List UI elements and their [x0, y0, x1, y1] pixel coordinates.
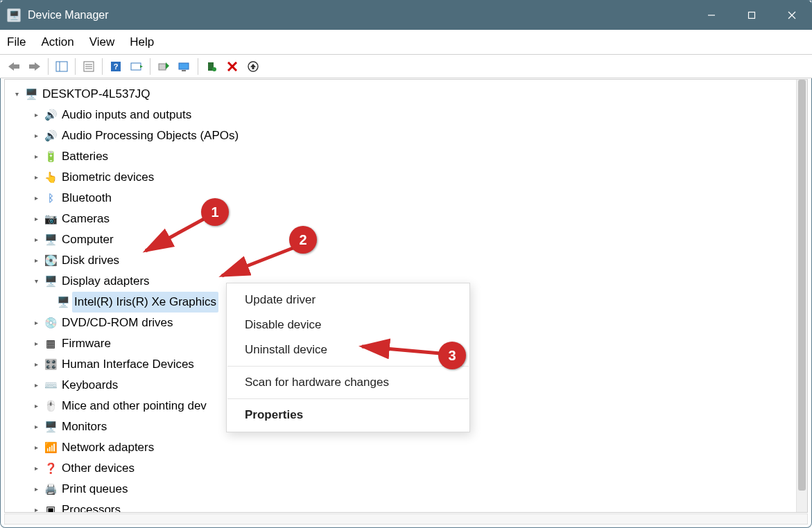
svg-marker-15 [140, 65, 143, 68]
svg-marker-5 [29, 62, 40, 71]
scan-hardware-button[interactable] [127, 57, 146, 76]
toolbar-separator [150, 58, 150, 75]
chevron-down-icon[interactable]: ▾ [10, 88, 23, 100]
menu-view[interactable]: View [89, 35, 115, 49]
svg-marker-4 [8, 62, 19, 71]
disable-device-button[interactable] [223, 57, 242, 76]
tree-root[interactable]: ▾ 🖥️ DESKTOP-4L537JQ [10, 84, 796, 105]
chevron-right-icon[interactable]: ▸ [30, 379, 42, 391]
show-hide-tree-button[interactable] [52, 57, 71, 76]
chevron-down-icon[interactable]: ▾ [30, 275, 42, 288]
tree-node-apo[interactable]: ▸ 🔊 Audio Processing Objects (APOs) [30, 125, 796, 146]
chevron-right-icon[interactable]: ▸ [30, 109, 42, 121]
context-menu-properties[interactable]: Properties [227, 403, 469, 428]
cpu-icon: ▣ [44, 503, 58, 512]
close-button[interactable] [772, 0, 812, 30]
help-button[interactable]: ? [106, 57, 126, 76]
scrollbar-thumb[interactable] [798, 80, 806, 491]
tree-node-processors[interactable]: ▸ ▣ Processors [30, 500, 796, 512]
chevron-right-icon[interactable]: ▸ [30, 317, 42, 329]
tree-node-label: Audio Processing Objects (APOs) [62, 125, 239, 146]
chevron-right-icon[interactable]: ▸ [30, 254, 42, 267]
gpu-icon: 🖥️ [56, 295, 70, 309]
tree-node-other[interactable]: ▸ ❓ Other devices [30, 458, 796, 479]
context-menu-scan-hardware[interactable]: Scan for hardware changes [227, 370, 469, 395]
svg-text:?: ? [114, 62, 119, 71]
tree-node-bluetooth[interactable]: ▸ ᛒ Bluetooth [30, 188, 796, 209]
context-menu-update-driver[interactable]: Update driver [227, 288, 469, 313]
tree-node-network[interactable]: ▸ 📶 Network adapters [30, 437, 796, 458]
maximize-button[interactable] [732, 0, 772, 30]
tree-node-label: Human Interface Devices [62, 354, 194, 375]
chevron-right-icon[interactable]: ▸ [30, 504, 42, 512]
mouse-icon: 🖱️ [44, 399, 58, 413]
tree-node-printq[interactable]: ▸ 🖨️ Print queues [30, 479, 796, 500]
tree-node-label: Disk drives [62, 250, 119, 271]
tree-node-label: Network adapters [62, 437, 154, 458]
svg-line-28 [362, 346, 440, 353]
update-driver-button[interactable] [154, 57, 173, 76]
context-menu-separator [227, 366, 469, 367]
chevron-right-icon[interactable]: ▸ [30, 150, 42, 163]
enable-device-button[interactable] [202, 57, 221, 76]
tree-node-biometric[interactable]: ▸ 👆 Biometric devices [30, 167, 796, 188]
app-icon: 🖥️ [7, 8, 21, 22]
annotation-label: 2 [299, 232, 306, 248]
menu-bar: File Action View Help [0, 30, 812, 55]
monitor-icon: 🖥️ [44, 420, 58, 434]
toolbar-separator [48, 58, 49, 75]
camera-icon: 📷 [44, 212, 58, 226]
chevron-right-icon[interactable]: ▸ [30, 192, 42, 204]
back-button[interactable] [4, 57, 24, 76]
title-bar: 🖥️ Device Manager [0, 0, 812, 30]
chevron-right-icon[interactable]: ▸ [30, 358, 42, 371]
disk-icon: 💽 [44, 254, 58, 267]
menu-help[interactable]: Help [130, 35, 154, 49]
chevron-right-icon[interactable]: ▸ [30, 483, 42, 495]
tree-node-batteries[interactable]: ▸ 🔋 Batteries [30, 146, 796, 167]
uninstall-button[interactable] [243, 57, 263, 76]
chevron-right-icon[interactable]: ▸ [30, 234, 42, 246]
chevron-right-icon[interactable]: ▸ [30, 213, 42, 225]
annotation-callout-2: 2 [289, 226, 317, 254]
tree-node-label: Monitors [62, 416, 107, 437]
chevron-right-icon[interactable]: ▸ [30, 337, 42, 350]
svg-line-27 [222, 246, 298, 276]
menu-file[interactable]: File [7, 35, 26, 49]
tree-node-label: Firmware [62, 333, 111, 354]
speaker-icon: 🔊 [44, 129, 58, 143]
context-menu-separator [227, 398, 469, 399]
chevron-right-icon[interactable]: ▸ [30, 130, 42, 142]
display-adapter-icon: 🖥️ [44, 274, 58, 288]
tree-node-label: Audio inputs and outputs [62, 105, 191, 125]
tree-node-label: Display adapters [62, 271, 150, 292]
computer-icon: 🖥️ [24, 87, 38, 101]
chevron-right-icon[interactable]: ▸ [30, 421, 42, 433]
window-title: Device Manager [28, 9, 109, 21]
svg-rect-1 [749, 12, 755, 18]
chevron-right-icon[interactable]: ▸ [30, 400, 42, 412]
forward-button[interactable] [25, 57, 44, 76]
minimize-button[interactable] [691, 0, 732, 30]
toolbar-separator [102, 58, 103, 75]
context-menu-disable-device[interactable]: Disable device [227, 313, 469, 337]
tree-root-label: DESKTOP-4L537JQ [42, 84, 150, 105]
properties-button[interactable] [79, 57, 98, 76]
toolbar-separator [75, 58, 76, 75]
vertical-scrollbar[interactable] [796, 80, 807, 512]
svg-marker-17 [166, 62, 169, 69]
svg-rect-6 [56, 62, 67, 71]
tree-node-label: Other devices [62, 458, 135, 479]
bluetooth-icon: ᛒ [44, 191, 58, 205]
svg-rect-14 [131, 63, 141, 70]
chevron-right-icon[interactable]: ▸ [30, 462, 42, 475]
menu-action[interactable]: Action [41, 35, 74, 49]
tree-node-label: Keyboards [62, 375, 118, 396]
toolbar: ? [0, 55, 812, 78]
keyboard-icon: ⌨️ [44, 378, 58, 392]
chevron-right-icon[interactable]: ▸ [30, 171, 42, 184]
tree-node-audio-io[interactable]: ▸ 🔊 Audio inputs and outputs [30, 105, 796, 125]
chevron-right-icon[interactable]: ▸ [30, 441, 42, 454]
uninstall-display-button[interactable] [175, 57, 194, 76]
tree-node-label: Print queues [62, 479, 128, 500]
